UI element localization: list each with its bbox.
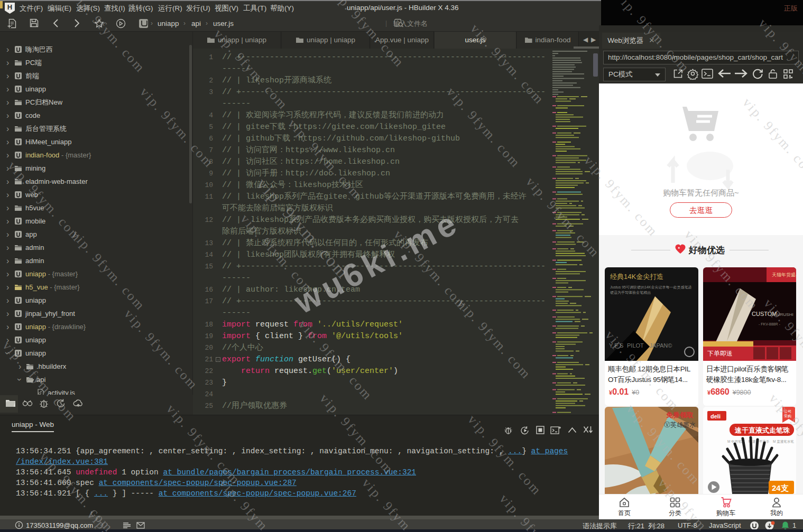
svg-text:- FKV-888R -: - FKV-888R - <box>759 322 781 326</box>
svg-text:硬适为手写体验金笔精品: 硬适为手写体验金笔精品 <box>610 291 651 295</box>
svg-text:速干直液式走笔珠: 速干直液式走笔珠 <box>734 426 790 434</box>
svg-text:经典14K金尖打造: 经典14K金尖打造 <box>610 273 663 281</box>
svg-text:天猫年货盛典: 天猫年货盛典 <box>772 272 796 277</box>
svg-text:采购: 采购 <box>784 414 791 418</box>
svg-text:deli: deli <box>710 413 721 419</box>
svg-text:Y F S: Y F S <box>609 342 623 349</box>
svg-text:Ⓥ英雄墨水: Ⓥ英雄墨水 <box>664 421 696 428</box>
svg-text:URUSHI: URUSHI <box>777 312 793 317</box>
svg-text:PILOT JAPAN©: PILOT JAPAN© <box>627 342 672 349</box>
svg-text:公司: 公司 <box>784 409 791 413</box>
svg-text:下单即送: 下单即送 <box>707 350 733 357</box>
svg-text:免券领取: 免券领取 <box>666 411 694 419</box>
svg-text:CUSTOM: CUSTOM <box>752 311 777 317</box>
svg-text:24支: 24支 <box>772 483 789 492</box>
svg-text:M 中性笔芯 M 速干不染手 M 直液笔水笔: M 中性笔芯 M 速干不染手 M 直液笔水笔 <box>727 440 794 444</box>
svg-text:Justus 95可调软硬的14K金尖记录每一处灵感笔迹: Justus 95可调软硬的14K金尖记录每一处灵感笔迹 <box>610 285 691 290</box>
